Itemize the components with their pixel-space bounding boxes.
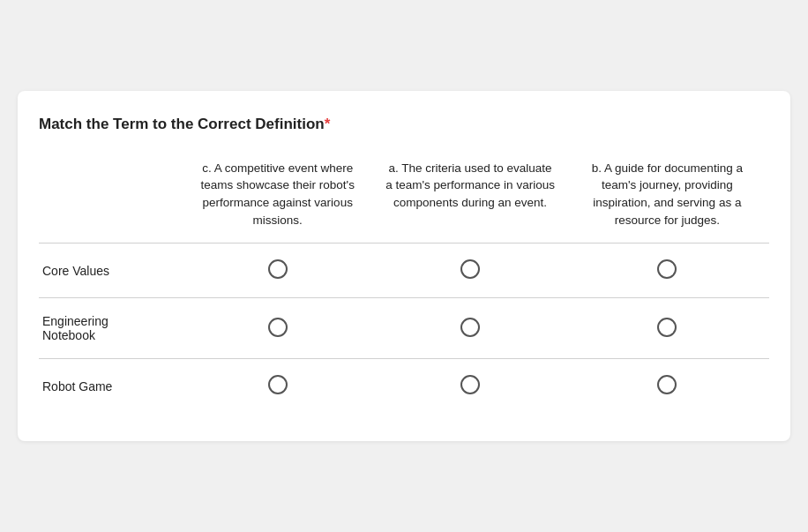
table-row: Core Values [39,244,769,298]
header-col-b: b. A guide for documenting a team's jour… [565,153,769,244]
radio-cell-eng-c[interactable] [180,298,375,359]
radio-robot-a[interactable] [460,375,480,394]
question-title: Match the Term to the Correct Definition… [39,116,769,133]
radio-cell-robot-c[interactable] [180,359,375,414]
matching-table: c. A competitive event where teams showc… [39,153,769,413]
table-row: Engineering Notebook [39,298,769,359]
radio-cell-core-values-b[interactable] [565,244,769,298]
radio-eng-b[interactable] [657,318,677,337]
required-indicator: * [325,116,331,132]
radio-robot-c[interactable] [268,375,288,394]
radio-robot-b[interactable] [657,375,677,394]
header-empty [39,153,180,244]
radio-cell-robot-a[interactable] [375,359,565,414]
row-label-core-values: Core Values [39,244,180,298]
matching-question-card: Match the Term to the Correct Definition… [18,91,790,441]
radio-eng-c[interactable] [268,318,288,337]
radio-cell-core-values-c[interactable] [180,244,375,298]
radio-core-values-b[interactable] [657,259,677,279]
table-row: Robot Game [39,359,769,414]
header-col-a: a. The criteria used to evaluate a team'… [375,153,565,244]
row-label-robot-game: Robot Game [39,359,180,414]
header-col-c: c. A competitive event where teams showc… [180,153,375,244]
radio-core-values-a[interactable] [460,259,480,279]
radio-cell-robot-b[interactable] [565,359,769,414]
radio-eng-a[interactable] [460,318,480,337]
radio-cell-eng-b[interactable] [565,298,769,359]
radio-cell-eng-a[interactable] [375,298,565,359]
radio-cell-core-values-a[interactable] [375,244,565,298]
row-label-engineering-notebook: Engineering Notebook [39,298,180,359]
header-row: c. A competitive event where teams showc… [39,153,769,244]
radio-core-values-c[interactable] [268,259,288,279]
question-text: Match the Term to the Correct Definition [39,116,325,132]
